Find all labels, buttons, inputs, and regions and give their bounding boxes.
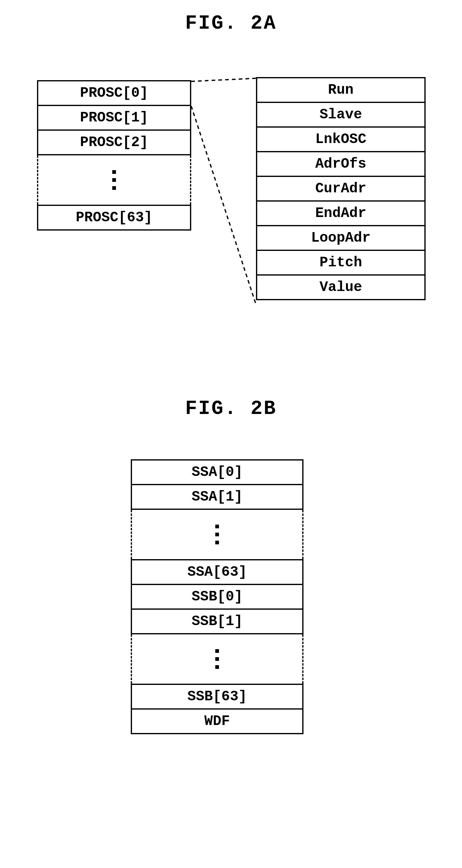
field-row: AdrOfs bbox=[256, 152, 426, 177]
svg-line-1 bbox=[191, 106, 256, 305]
ss-row: SSB[63] bbox=[131, 684, 304, 710]
field-row: Pitch bbox=[256, 251, 426, 276]
ss-row: SSB[0] bbox=[131, 585, 304, 610]
field-row: LnkOSC bbox=[256, 128, 426, 152]
field-row: Slave bbox=[256, 103, 426, 128]
vertical-ellipsis-icon bbox=[215, 525, 219, 544]
field-row: CurAdr bbox=[256, 177, 426, 202]
ss-row: WDF bbox=[131, 710, 304, 734]
figure-2b-title: FIG. 2B bbox=[0, 398, 462, 420]
prosc-fields-table: Run Slave LnkOSC AdrOfs CurAdr EndAdr Lo… bbox=[256, 77, 426, 300]
vertical-ellipsis-icon bbox=[112, 170, 116, 190]
ss-row: SSA[0] bbox=[131, 459, 304, 485]
ssb-gap bbox=[131, 634, 304, 684]
field-row: LoopAdr bbox=[256, 226, 426, 251]
ssa-gap bbox=[131, 510, 304, 559]
field-row: EndAdr bbox=[256, 202, 426, 226]
prosc-row: PROSC[2] bbox=[37, 131, 191, 155]
prosc-row: PROSC[1] bbox=[37, 106, 191, 131]
field-row: Run bbox=[256, 77, 426, 103]
prosc-array-table: PROSC[0] PROSC[1] PROSC[2] PROSC[63] bbox=[37, 80, 191, 230]
svg-line-0 bbox=[191, 78, 256, 82]
prosc-row: PROSC[0] bbox=[37, 80, 191, 106]
vertical-ellipsis-icon bbox=[215, 649, 219, 669]
field-row: Value bbox=[256, 276, 426, 300]
prosc-row: PROSC[63] bbox=[37, 205, 191, 230]
ss-row: SSA[1] bbox=[131, 485, 304, 510]
ss-row: SSB[1] bbox=[131, 610, 304, 634]
ss-row: SSA[63] bbox=[131, 559, 304, 585]
prosc-gap bbox=[37, 155, 191, 205]
ss-array-table: SSA[0] SSA[1] SSA[63] SSB[0] SSB[1] SSB[… bbox=[131, 459, 304, 734]
figure-2a-title: FIG. 2A bbox=[0, 12, 462, 34]
